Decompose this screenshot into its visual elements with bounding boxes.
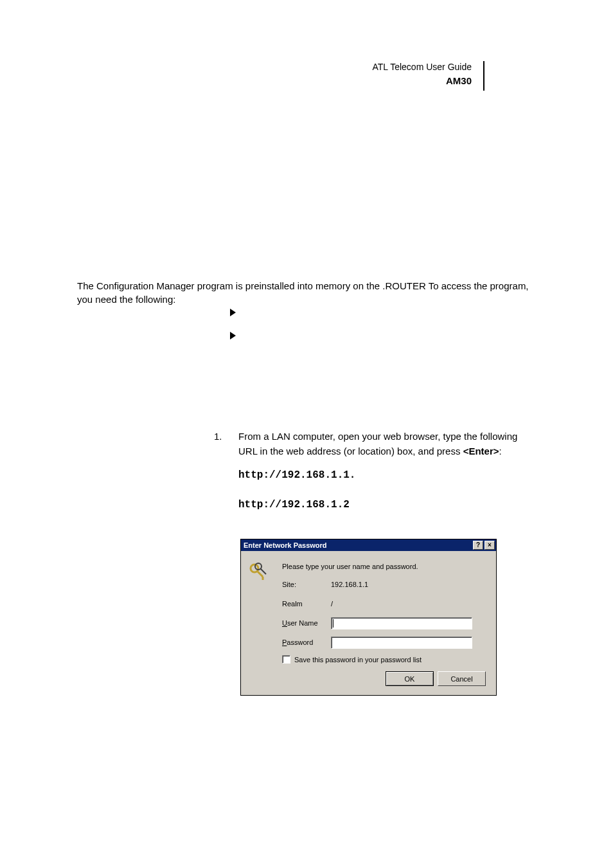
dialog-title: Enter Network Password	[244, 541, 472, 549]
bullet-item	[230, 330, 236, 341]
text-caret	[333, 619, 333, 628]
triangle-icon	[230, 332, 236, 339]
site-value: 192.168.1.1	[331, 581, 487, 588]
step-text-after: :	[499, 446, 502, 457]
password-dialog: Enter Network Password ? × Please type y…	[240, 539, 497, 696]
save-password-checkbox[interactable]	[282, 655, 290, 664]
realm-row: Realm /	[282, 597, 487, 610]
username-field-wrap	[331, 617, 487, 629]
close-icon: ×	[488, 542, 492, 548]
username-input[interactable]	[331, 617, 472, 629]
username-label: User Name	[282, 619, 331, 627]
header-guide-text: ATL Telecom User Guide	[372, 61, 472, 74]
password-input[interactable]	[331, 637, 472, 649]
step-text: From a LAN computer, open your web brows…	[238, 429, 536, 458]
password-row: Password	[282, 636, 487, 649]
svg-line-1	[257, 571, 263, 577]
dialog-titlebar[interactable]: Enter Network Password ? ×	[241, 539, 496, 551]
bullet-item	[230, 307, 236, 318]
step-number: 1.	[214, 429, 222, 444]
password-label: Password	[282, 638, 331, 646]
header-model-text: AM30	[372, 74, 472, 87]
site-row: Site: 192.168.1.1	[282, 578, 487, 591]
url-secondary: http://192.168.1.2	[238, 497, 536, 512]
dialog-prompt: Please type your user name and password.	[282, 563, 487, 570]
triangle-icon	[230, 309, 236, 316]
realm-value: /	[331, 600, 487, 608]
realm-label: Realm	[282, 600, 331, 608]
page-header: ATL Telecom User Guide AM30	[372, 61, 484, 91]
url-primary: http://192.168.1.1.	[238, 467, 536, 483]
step-text-bold: <Enter>	[463, 446, 499, 457]
cancel-button[interactable]: Cancel	[438, 671, 486, 686]
site-label: Site:	[282, 581, 331, 588]
svg-line-4	[260, 568, 266, 574]
username-row: User Name	[282, 617, 487, 629]
dialog-body: Please type your user name and password.…	[241, 551, 496, 695]
password-field-wrap	[331, 637, 487, 649]
ok-button[interactable]: OK	[386, 671, 434, 686]
save-password-label: Save this password in your password list	[294, 656, 422, 664]
intro-paragraph: The Configuration Manager program is pre…	[77, 279, 536, 306]
help-button[interactable]: ?	[473, 541, 483, 550]
dialog-button-row: OK Cancel	[250, 671, 487, 689]
step-block: 1. From a LAN computer, open your web br…	[215, 429, 536, 512]
help-icon: ?	[476, 542, 480, 548]
keys-icon	[249, 563, 269, 583]
save-password-row: Save this password in your password list	[282, 655, 487, 664]
dialog-fields: Please type your user name and password.…	[282, 563, 487, 649]
close-button[interactable]: ×	[484, 541, 495, 550]
